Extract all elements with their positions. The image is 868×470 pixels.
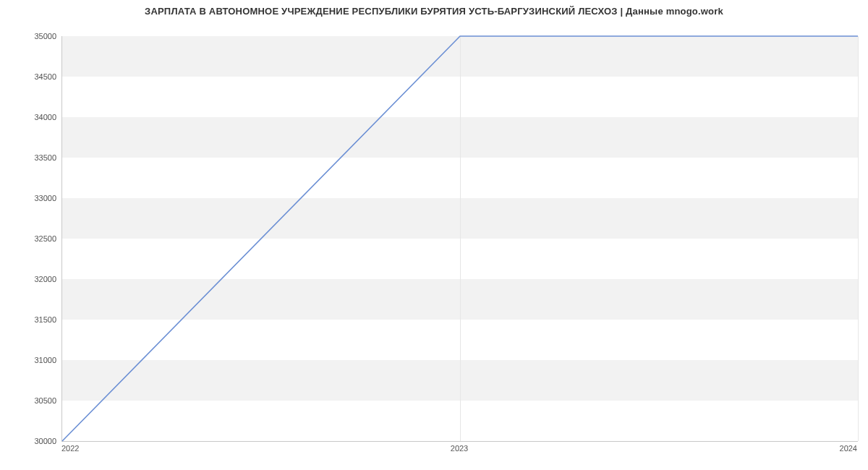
y-axis-tick-label: 35000	[6, 32, 56, 40]
x-axis-tick-label: 2023	[451, 444, 468, 453]
y-axis-tick-label: 30000	[6, 437, 56, 445]
x-axis-tick-label: 2022	[61, 444, 79, 453]
grid-line-vertical	[858, 36, 859, 441]
y-axis-tick-label: 32500	[6, 234, 56, 243]
y-axis-tick-label: 33500	[6, 153, 56, 162]
chart-container: ЗАРПЛАТА В АВТОНОМНОЕ УЧРЕЖДЕНИЕ РЕСПУБЛ…	[0, 0, 868, 470]
y-axis-tick-label: 34500	[6, 72, 56, 81]
x-axis-tick-label: 2024	[840, 444, 857, 453]
y-axis-tick-label: 33000	[6, 194, 56, 202]
y-axis-tick-label: 31000	[6, 356, 56, 364]
line-series	[62, 36, 858, 441]
y-axis-tick-label: 30500	[6, 396, 56, 405]
chart-title: ЗАРПЛАТА В АВТОНОМНОЕ УЧРЕЖДЕНИЕ РЕСПУБЛ…	[0, 6, 868, 17]
plot-area	[61, 36, 858, 442]
y-axis-tick-label: 31500	[6, 315, 56, 324]
y-axis-tick-label: 32000	[6, 275, 56, 283]
salary-line	[62, 36, 858, 441]
y-axis-tick-label: 34000	[6, 113, 56, 121]
